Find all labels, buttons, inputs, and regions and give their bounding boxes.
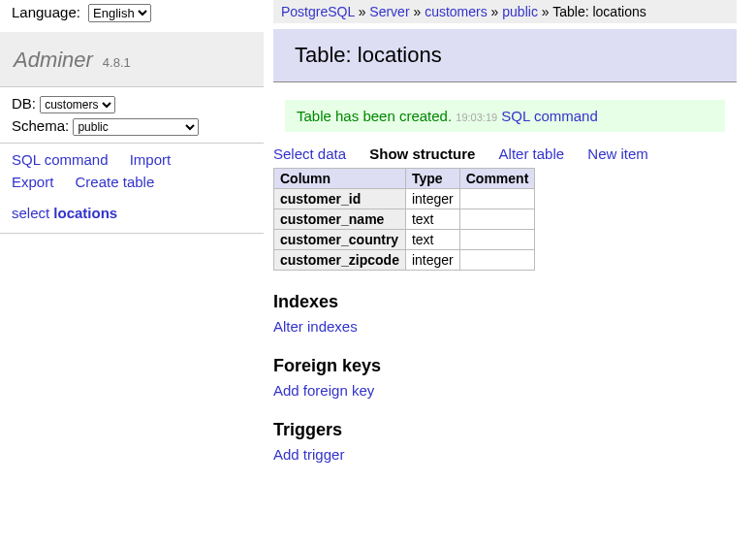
link-import[interactable]: Import xyxy=(130,149,172,172)
table-row: customer_zipcode integer xyxy=(274,250,535,271)
triggers-heading: Triggers xyxy=(273,420,737,440)
table-row: customer_name text xyxy=(274,209,535,230)
db-schema-selectors: DB: customers Schema: public xyxy=(0,87,264,144)
cell-comment xyxy=(459,250,535,271)
cell-type: integer xyxy=(405,250,459,271)
cell-comment xyxy=(459,189,535,209)
tab-alter-table[interactable]: Alter table xyxy=(499,145,565,162)
breadcrumb-db[interactable]: customers xyxy=(425,4,488,19)
breadcrumb: PostgreSQL » Server » customers » public… xyxy=(273,0,737,23)
cell-column: customer_country xyxy=(274,230,406,250)
cell-type: integer xyxy=(405,189,459,209)
add-foreign-key-link[interactable]: Add foreign key xyxy=(273,382,374,399)
add-trigger-link[interactable]: Add trigger xyxy=(273,446,344,463)
tab-show-structure[interactable]: Show structure xyxy=(369,145,475,162)
breadcrumb-driver[interactable]: PostgreSQL xyxy=(281,4,355,19)
message-time: 19:03:19 xyxy=(456,112,497,123)
link-export[interactable]: Export xyxy=(12,172,53,194)
db-label: DB: xyxy=(12,95,36,112)
indexes-heading: Indexes xyxy=(273,292,737,312)
sidebar: Language: English Adminer 4.8.1 DB: cust… xyxy=(0,0,264,234)
schema-label: Schema: xyxy=(12,117,69,134)
cell-type: text xyxy=(405,230,459,250)
foreign-keys-heading: Foreign keys xyxy=(273,356,737,376)
link-sql-command[interactable]: SQL command xyxy=(12,149,109,172)
message-sql-link[interactable]: SQL command xyxy=(501,108,598,124)
tab-select-data[interactable]: Select data xyxy=(273,145,346,162)
cell-column: customer_name xyxy=(274,209,406,230)
language-label: Language: xyxy=(12,4,80,20)
cell-column: customer_id xyxy=(274,189,406,209)
app-version: 4.8.1 xyxy=(103,55,131,70)
app-title: Adminer 4.8.1 xyxy=(0,32,264,87)
schema-select[interactable]: public xyxy=(73,118,199,136)
language-select[interactable]: English xyxy=(88,4,151,22)
table-row: customer_id integer xyxy=(274,189,535,209)
structure-table: Column Type Comment customer_id integer … xyxy=(273,168,535,271)
table-row: customer_country text xyxy=(274,230,535,250)
cell-type: text xyxy=(405,209,459,230)
page-title: Table: locations xyxy=(273,29,737,82)
table-link-locations[interactable]: select locations xyxy=(12,205,117,221)
alter-indexes-link[interactable]: Alter indexes xyxy=(273,318,358,335)
col-header-column: Column xyxy=(274,169,406,189)
sidebar-links: SQL command Import Export Create table xyxy=(0,144,264,199)
breadcrumb-current: Table: locations xyxy=(552,4,646,19)
status-message: Table has been created. 19:03:19 SQL com… xyxy=(285,100,725,132)
cell-comment xyxy=(459,230,535,250)
db-select[interactable]: customers xyxy=(40,96,115,113)
tab-new-item[interactable]: New item xyxy=(587,145,648,162)
message-text: Table has been created. xyxy=(297,108,452,124)
breadcrumb-schema[interactable]: public xyxy=(502,4,538,19)
cell-column: customer_zipcode xyxy=(274,250,406,271)
breadcrumb-server[interactable]: Server xyxy=(369,4,409,19)
cell-comment xyxy=(459,209,535,230)
main-content: PostgreSQL » Server » customers » public… xyxy=(273,0,756,463)
col-header-type: Type xyxy=(405,169,459,189)
app-name: Adminer xyxy=(14,48,93,72)
link-create-table[interactable]: Create table xyxy=(76,172,155,194)
table-tabs: Select data Show structure Alter table N… xyxy=(273,140,737,168)
table-header-row: Column Type Comment xyxy=(274,169,535,189)
language-selector: Language: English xyxy=(0,0,264,26)
col-header-comment: Comment xyxy=(459,169,535,189)
tables-list: select locations xyxy=(0,199,264,234)
